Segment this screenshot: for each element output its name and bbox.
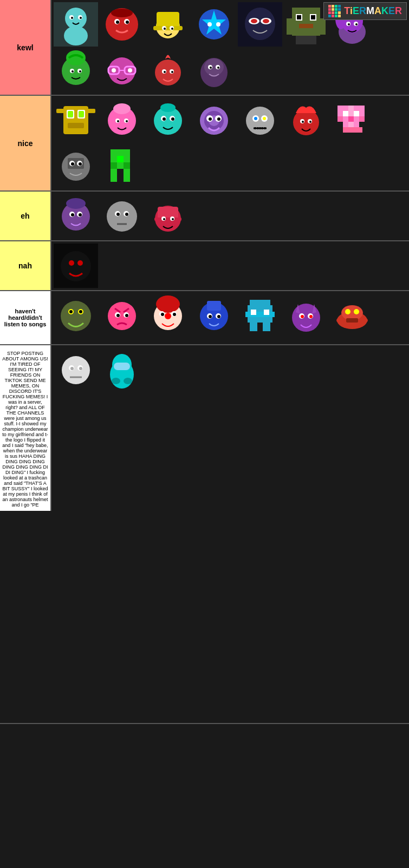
char-red-circle bbox=[100, 2, 144, 47]
tier-row-nah: nah bbox=[0, 241, 409, 291]
tiermaker-text: TiERMAKER bbox=[344, 5, 402, 17]
svg-rect-162 bbox=[117, 162, 124, 169]
svg-rect-255 bbox=[114, 363, 130, 370]
svg-point-57 bbox=[79, 70, 81, 73]
svg-point-170 bbox=[71, 213, 74, 216]
char-red-hair bbox=[284, 98, 328, 142]
svg-point-241 bbox=[354, 309, 359, 314]
svg-rect-17 bbox=[153, 26, 183, 30]
tier-content-havent bbox=[51, 291, 409, 344]
char-teal-hair bbox=[54, 2, 98, 47]
svg-point-99 bbox=[171, 117, 174, 121]
svg-rect-164 bbox=[111, 169, 117, 182]
svg-point-113 bbox=[254, 117, 257, 120]
svg-point-246 bbox=[62, 356, 90, 384]
svg-rect-86 bbox=[87, 109, 95, 113]
svg-point-235 bbox=[301, 315, 304, 318]
svg-point-220 bbox=[209, 315, 212, 318]
char-pink-angry bbox=[100, 293, 144, 338]
svg-rect-83 bbox=[79, 111, 84, 117]
svg-rect-183 bbox=[154, 218, 181, 221]
tier-row-eh: eh bbox=[0, 192, 409, 241]
svg-rect-138 bbox=[337, 116, 343, 122]
svg-point-200 bbox=[108, 302, 136, 330]
svg-rect-156 bbox=[117, 149, 124, 156]
char-red-hat-char bbox=[146, 194, 190, 238]
char-dark-mask bbox=[238, 2, 282, 47]
char-yellow-armor bbox=[54, 98, 98, 142]
tier-label-nice: nice bbox=[0, 96, 51, 190]
tiermaker-logo: TiERMAKER bbox=[323, 2, 407, 20]
svg-point-197 bbox=[69, 310, 73, 313]
svg-rect-38 bbox=[311, 15, 315, 19]
svg-point-189 bbox=[61, 251, 91, 281]
svg-point-256 bbox=[124, 378, 132, 384]
svg-rect-39 bbox=[299, 24, 313, 28]
char-yellow-hat bbox=[146, 2, 190, 47]
char-red-mohawk bbox=[146, 48, 190, 93]
svg-point-257 bbox=[112, 378, 120, 384]
svg-rect-159 bbox=[117, 156, 124, 162]
char-red-clown bbox=[146, 293, 190, 338]
svg-point-26 bbox=[216, 22, 220, 27]
svg-rect-161 bbox=[111, 162, 117, 169]
char-dark-purple bbox=[192, 48, 236, 93]
svg-rect-42 bbox=[296, 36, 316, 44]
svg-point-186 bbox=[163, 218, 165, 220]
svg-rect-142 bbox=[359, 116, 365, 122]
char-sans bbox=[238, 98, 282, 142]
svg-point-73 bbox=[204, 58, 224, 76]
svg-rect-141 bbox=[354, 116, 359, 122]
svg-rect-143 bbox=[343, 122, 348, 127]
tier-row-kewl: kewl bbox=[0, 0, 409, 96]
svg-point-32 bbox=[263, 19, 269, 23]
svg-rect-225 bbox=[245, 312, 275, 317]
svg-rect-34 bbox=[292, 8, 320, 36]
svg-point-5 bbox=[71, 17, 73, 19]
svg-point-21 bbox=[171, 28, 173, 30]
svg-point-56 bbox=[72, 70, 74, 73]
tier-content-kewl: TiERMAKER bbox=[51, 0, 409, 95]
svg-rect-135 bbox=[348, 111, 354, 116]
svg-point-242 bbox=[336, 318, 345, 323]
tier-label-havent: haven't heard/didn't listen to songs bbox=[0, 291, 51, 344]
svg-rect-139 bbox=[343, 116, 348, 122]
svg-point-107 bbox=[209, 117, 212, 121]
svg-point-210 bbox=[165, 313, 171, 319]
svg-point-108 bbox=[217, 117, 220, 121]
svg-rect-144 bbox=[348, 122, 354, 127]
svg-rect-160 bbox=[124, 156, 130, 162]
svg-point-240 bbox=[345, 309, 350, 314]
svg-rect-158 bbox=[111, 156, 117, 162]
char-blue-star bbox=[192, 2, 236, 47]
svg-point-28 bbox=[245, 8, 275, 40]
svg-rect-128 bbox=[337, 106, 343, 111]
tier-row-havent: haven't heard/didn't listen to songs bbox=[0, 291, 409, 345]
svg-point-25 bbox=[207, 22, 212, 27]
char-pink-char bbox=[100, 98, 144, 142]
svg-point-243 bbox=[359, 318, 368, 323]
svg-point-49 bbox=[348, 23, 350, 25]
svg-point-93 bbox=[126, 120, 128, 122]
svg-point-152 bbox=[71, 162, 74, 166]
char-pink-glasses bbox=[100, 48, 144, 93]
svg-point-178 bbox=[125, 213, 128, 216]
svg-point-249 bbox=[70, 367, 74, 370]
grid-logo-icon bbox=[328, 5, 341, 17]
svg-rect-163 bbox=[124, 162, 130, 169]
svg-rect-155 bbox=[111, 149, 117, 156]
svg-rect-182 bbox=[158, 207, 178, 219]
char-cyan-among-us bbox=[100, 347, 144, 392]
char-pixel-blue bbox=[238, 293, 282, 338]
tier-content-nice bbox=[51, 96, 409, 190]
svg-rect-41 bbox=[319, 18, 326, 35]
svg-point-172 bbox=[66, 198, 86, 209]
svg-point-11 bbox=[116, 21, 119, 24]
svg-point-12 bbox=[126, 21, 129, 24]
svg-rect-229 bbox=[250, 323, 257, 331]
tier-row-nice: nice bbox=[0, 96, 409, 192]
svg-point-198 bbox=[79, 310, 82, 313]
svg-rect-137 bbox=[359, 111, 365, 116]
tier-label-kewl: kewl bbox=[0, 0, 51, 95]
svg-point-2 bbox=[64, 26, 88, 45]
